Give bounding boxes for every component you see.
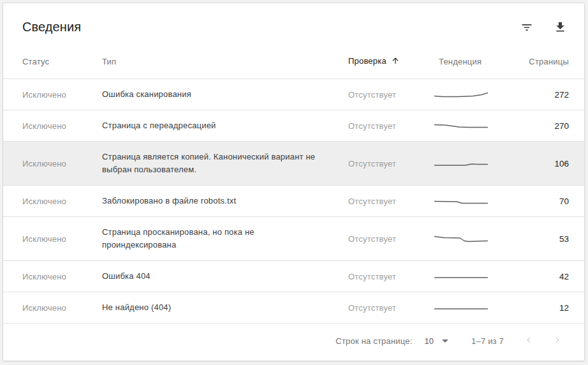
topbar: Сведения xyxy=(3,3,584,36)
trend-sparkline xyxy=(434,159,506,168)
column-header-verification-label: Проверка xyxy=(348,56,386,66)
caret-down-icon xyxy=(442,339,448,343)
cell-status: Исключено xyxy=(22,234,102,244)
table-row[interactable]: Исключено Ошибка 404 Отсутствует 42 xyxy=(3,261,584,292)
filter-button[interactable] xyxy=(519,20,534,36)
cell-type: Страница является копией. Канонический в… xyxy=(102,151,348,176)
page-title: Сведения xyxy=(22,19,81,34)
cell-status: Исключено xyxy=(22,90,102,100)
chevron-right-icon xyxy=(552,335,562,347)
cell-status: Исключено xyxy=(22,272,102,281)
cell-type: Страница просканирована, но пока не прои… xyxy=(102,226,348,251)
trend-sparkline xyxy=(434,197,506,206)
topbar-actions xyxy=(519,19,568,36)
pagination-range: 1–7 из 7 xyxy=(471,336,504,346)
table-header-row: Статус Тип Проверка Тенденция Страницы xyxy=(3,36,584,79)
column-header-trend[interactable]: Тенденция xyxy=(439,57,510,66)
column-header-type[interactable]: Тип xyxy=(102,57,348,66)
download-icon xyxy=(554,20,567,36)
table-body: Исключено Ошибка сканирования Отсутствуе… xyxy=(3,79,584,324)
cell-verification: Отсутствует xyxy=(348,272,439,281)
column-header-verification[interactable]: Проверка xyxy=(348,56,439,66)
chevron-left-icon xyxy=(524,335,534,347)
cell-pages: 12 xyxy=(510,303,569,313)
rows-per-page-label: Строк на странице: xyxy=(335,336,412,346)
cell-status: Исключено xyxy=(22,159,102,168)
cell-type: Ошибка сканирования xyxy=(102,88,348,101)
column-header-status[interactable]: Статус xyxy=(22,57,102,66)
cell-verification: Отсутствует xyxy=(348,234,439,244)
table-row[interactable]: Исключено Страница является копией. Кано… xyxy=(3,142,584,186)
cell-type: Не найдено (404) xyxy=(102,301,348,314)
cell-status: Исключено xyxy=(22,121,102,131)
pagination-bar: Строк на странице: 10 1–7 из 7 xyxy=(3,325,584,361)
download-button[interactable] xyxy=(552,20,568,36)
cell-status: Исключено xyxy=(22,303,102,313)
trend-sparkline xyxy=(434,272,506,281)
cell-pages: 70 xyxy=(510,197,569,206)
cell-type: Ошибка 404 xyxy=(102,270,348,283)
rows-per-page-value: 10 xyxy=(425,336,434,346)
details-card: Сведения Статус Тип Проверк xyxy=(3,3,585,361)
next-page-button[interactable] xyxy=(543,327,571,355)
trend-sparkline xyxy=(434,234,506,244)
cell-status: Исключено xyxy=(22,197,102,206)
trend-sparkline xyxy=(434,303,506,313)
column-header-pages[interactable]: Страницы xyxy=(510,57,569,66)
cell-pages: 42 xyxy=(510,272,569,281)
cell-verification: Отсутствует xyxy=(348,90,439,100)
cell-pages: 272 xyxy=(510,90,569,100)
cell-verification: Отсутствует xyxy=(348,159,439,168)
sort-arrow-up-icon xyxy=(391,56,400,66)
previous-page-button[interactable] xyxy=(514,327,543,355)
cell-pages: 53 xyxy=(510,234,569,244)
cell-pages: 270 xyxy=(510,121,569,131)
trend-sparkline xyxy=(434,90,506,100)
table-row[interactable]: Исключено Заблокировано в файле robots.t… xyxy=(3,186,584,217)
table-row[interactable]: Исключено Страница с переадресацией Отсу… xyxy=(3,110,584,142)
cell-pages: 106 xyxy=(510,159,569,168)
table-row[interactable]: Исключено Ошибка сканирования Отсутствуе… xyxy=(3,79,584,110)
cell-verification: Отсутствует xyxy=(348,121,439,131)
cell-type: Страница с переадресацией xyxy=(102,119,348,132)
rows-per-page-select[interactable]: 10 xyxy=(425,336,448,346)
cell-type: Заблокировано в файле robots.txt xyxy=(102,195,348,207)
filter-icon xyxy=(520,21,533,36)
cell-verification: Отсутствует xyxy=(348,197,439,206)
table-row[interactable]: Исключено Страница просканирована, но по… xyxy=(3,217,584,261)
cell-verification: Отсутствует xyxy=(348,303,439,313)
trend-sparkline xyxy=(434,121,506,131)
pager xyxy=(514,327,571,355)
table-row[interactable]: Исключено Не найдено (404) Отсутствует 1… xyxy=(3,292,584,324)
